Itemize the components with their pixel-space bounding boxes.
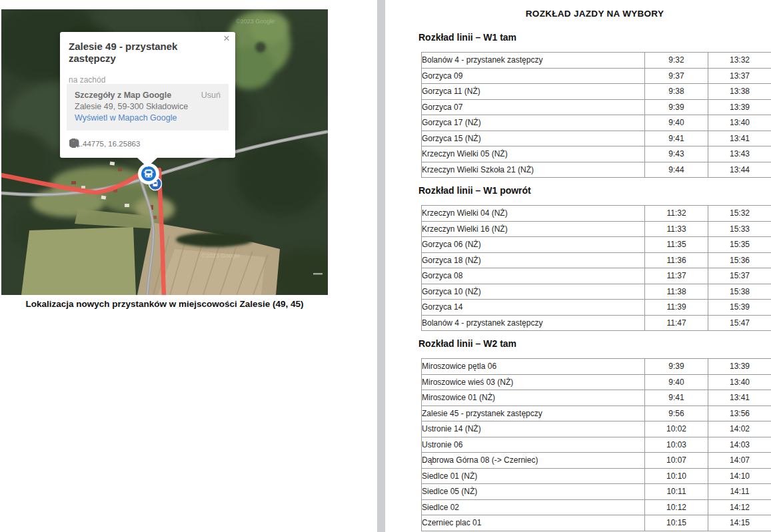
stop-name-cell: Gorzyca 14 (422, 300, 645, 316)
page-root: ©2023 Google ©2023 Google (0, 0, 771, 532)
table-row: Miroszowice 01 (NŻ)9:4113:41 (422, 390, 771, 406)
time-cell: 11:33 (645, 221, 708, 237)
time-cell: 10:07 (645, 453, 708, 469)
stop-name-cell: Miroszowice pętla 06 (422, 359, 645, 375)
document-sections: Rozkład linii – W1 tamBolanów 4 - przyst… (418, 32, 771, 531)
map-watermark-top: ©2023 Google (236, 18, 275, 25)
table-row: Gorzyca 06 (NŻ)11:3515:35 (422, 237, 771, 253)
stop-name-cell: Ustronie 14 (NŻ) (422, 421, 645, 437)
coordinates-text: 51.44775, 16.25863 (72, 140, 140, 148)
time-cell: 13:40 (708, 115, 771, 131)
tree-clump (255, 42, 266, 53)
time-cell: 13:32 (708, 53, 771, 69)
table-row: Krzeczyn Wielki 05 (NŻ)9:4313:43 (422, 146, 771, 162)
remove-link[interactable]: Usuń (201, 90, 221, 101)
table-row: Gorzyca 0811:3715:37 (422, 268, 771, 284)
time-cell: 11:37 (645, 268, 708, 284)
details-address: Zalesie 49, 59-300 Składowice (75, 101, 221, 113)
time-cell: 11:38 (645, 284, 708, 300)
stop-name-cell: Gorzyca 11 (NŻ) (422, 84, 645, 100)
time-cell: 15:35 (708, 237, 771, 253)
table-row: Gorzyca 099:3713:37 (422, 68, 771, 84)
time-cell: 11:35 (645, 237, 708, 253)
time-cell: 9:43 (645, 146, 708, 162)
table-row: Gorzyca 15 (NŻ)9:4113:41 (422, 131, 771, 146)
stop-name-cell: Gorzyca 06 (NŻ) (422, 237, 645, 253)
table-row: Czerniec plac 0110:1514:15 (422, 515, 771, 531)
time-cell: 11:32 (645, 206, 708, 222)
stop-name-cell: Gorzyca 18 (NŻ) (422, 252, 645, 268)
time-cell: 14:02 (708, 421, 771, 437)
open-in-maps-link[interactable]: Wyświetl w Mapach Google (75, 113, 221, 124)
stop-name-cell: Gorzyca 08 (422, 268, 645, 284)
stop-name-cell: Bolanów 4 - przystanek zastępczy (422, 315, 645, 331)
time-cell: 15:39 (708, 300, 771, 316)
stop-name-cell: Gorzyca 07 (422, 99, 645, 115)
time-cell: 14:11 (708, 484, 771, 500)
time-cell: 14:07 (708, 453, 771, 469)
delete-icon[interactable] (69, 138, 79, 148)
time-cell: 13:37 (708, 68, 771, 84)
popup-details-box: Szczegóły z Map Google Usuń Zalesie 49, … (67, 84, 229, 131)
time-cell: 13:39 (708, 359, 771, 375)
time-cell: 9:44 (645, 162, 708, 178)
stop-name-cell: Gorzyca 17 (NŻ) (422, 115, 645, 131)
popup-subtitle: na zachód (69, 75, 227, 85)
stop-name-cell: Miroszowice 01 (NŻ) (422, 390, 645, 406)
stop-name-cell: Siedlce 02 (422, 499, 645, 515)
time-cell: 9:56 (645, 405, 708, 421)
stop-name-cell: Krzeczyn Wielki 05 (NŻ) (422, 146, 645, 162)
stop-name-cell: Siedlce 05 (NŻ) (422, 484, 645, 500)
time-cell: 10:11 (645, 484, 708, 500)
time-cell: 14:03 (708, 437, 771, 453)
time-cell: 10:15 (645, 515, 708, 531)
time-cell: 11:39 (645, 300, 708, 316)
timetable: Krzeczyn Wielki 04 (NŻ)11:3215:32Krzeczy… (421, 205, 771, 331)
stop-name-cell: Miroszowice wieś 03 (NŻ) (422, 374, 645, 390)
panel-divider (377, 0, 385, 532)
time-cell: 13:56 (708, 405, 771, 421)
satellite-map[interactable]: ©2023 Google ©2023 Google (1, 9, 328, 295)
time-cell: 13:41 (708, 131, 771, 146)
table-row: Ustronie 14 (NŻ)10:0214:02 (422, 421, 771, 437)
stop-name-cell: Krzeczyn Wielki 16 (NŻ) (422, 221, 645, 237)
table-row: Gorzyca 17 (NŻ)9:4013:40 (422, 115, 771, 131)
close-icon[interactable]: × (223, 33, 230, 44)
time-cell: 13:41 (708, 390, 771, 406)
time-cell: 9:39 (645, 99, 708, 115)
field-left (21, 227, 136, 295)
tree-line (176, 232, 253, 247)
table-row: Krzeczyn Wielki 16 (NŻ)11:3315:33 (422, 221, 771, 237)
timetable-section: Rozkład linii – W2 tamMiroszowice pętla … (418, 338, 771, 531)
stop-name-cell: Gorzyca 15 (NŻ) (422, 131, 645, 146)
time-cell: 10:10 (645, 468, 708, 484)
document-panel: ROZKŁAD JAZDY NA WYBORY Rozkład linii – … (418, 0, 771, 531)
stop-name-cell: Ustronie 06 (422, 437, 645, 453)
section-heading: Rozkład linii – W1 tam (418, 32, 771, 43)
section-heading: Rozkład linii – W2 tam (418, 338, 771, 349)
time-cell: 9:32 (645, 53, 708, 69)
time-cell: 15:37 (708, 268, 771, 284)
time-cell: 14:15 (708, 515, 771, 531)
time-cell: 15:36 (708, 252, 771, 268)
time-cell: 9:40 (645, 115, 708, 131)
time-cell: 15:47 (708, 315, 771, 331)
stop-name-cell: Siedlce 01 (NŻ) (422, 468, 645, 484)
timetable: Miroszowice pętla 069:3913:39Miroszowice… (421, 358, 771, 531)
time-cell: 10:12 (645, 499, 708, 515)
table-row: Ustronie 0610:0314:03 (422, 437, 771, 453)
table-row: Gorzyca 1411:3915:39 (422, 300, 771, 316)
time-cell: 11:47 (645, 315, 708, 331)
stop-name-cell: Krzeczyn Wielki 04 (NŻ) (422, 206, 645, 222)
details-title: Szczegóły z Map Google (75, 90, 171, 101)
table-row: Siedlce 05 (NŻ)10:1114:11 (422, 484, 771, 500)
bus-icon (144, 172, 145, 173)
time-cell: 9:39 (645, 359, 708, 375)
time-cell: 9:38 (645, 84, 708, 100)
scale-bar (313, 273, 323, 275)
time-cell: 10:03 (645, 437, 708, 453)
time-cell: 13:38 (708, 84, 771, 100)
table-row: Gorzyca 079:3913:39 (422, 99, 771, 115)
time-cell: 14:10 (708, 468, 771, 484)
time-cell: 15:38 (708, 284, 771, 300)
